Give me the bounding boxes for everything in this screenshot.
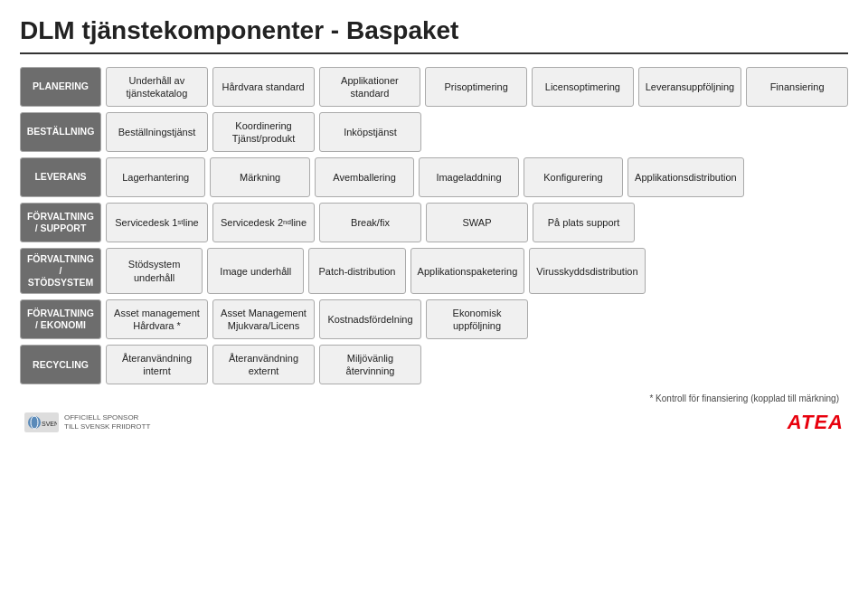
- grid-cell: Återanvändning externt: [212, 345, 315, 384]
- row-label: PLANERING: [20, 67, 101, 107]
- grid-cell: [533, 299, 635, 339]
- grid-cell: Kostnadsfördelning: [319, 299, 421, 339]
- grid-cell: [639, 299, 741, 339]
- grid-cell: Beställningstjänst: [106, 112, 208, 152]
- grid-cell: Asset Management Mjukvara/Licens: [212, 299, 315, 339]
- grid-cell: [749, 157, 848, 197]
- grid-cell: Lagerhantering: [106, 157, 205, 197]
- grid-cell: [751, 248, 848, 294]
- grid-cell: Avemballering: [315, 157, 414, 197]
- sponsor-block: SVENSK OFFICIELL SPONSOR TILL SVENSK FRI…: [24, 412, 150, 432]
- row-label: FÖRVALTNING / SUPPORT: [20, 203, 101, 242]
- grid-cell: Märkning: [210, 157, 309, 197]
- grid-row: PLANERINGUnderhåll av tjänstekatalogHård…: [20, 67, 848, 107]
- grid-cell: Finansiering: [746, 67, 848, 107]
- row-label: FÖRVALTNING / EKONOMI: [20, 299, 101, 339]
- grid-cell: Ekonomisk uppföljning: [426, 299, 528, 339]
- row-label: LEVERANS: [20, 157, 101, 197]
- grid-cell: Koordinering Tjänst/produkt: [212, 112, 315, 152]
- grid-cell: Licensoptimering: [532, 67, 634, 107]
- row-label: BESTÄLLNING: [20, 112, 101, 152]
- grid-row: FÖRVALTNING / STÖDSYSTEMStödsystem under…: [20, 248, 848, 294]
- grid-cell: Applikationsdistribution: [627, 157, 744, 197]
- grid-cell: Imageladdning: [419, 157, 518, 197]
- grid-cell: Konfigurering: [524, 157, 623, 197]
- grid-cell: SWAP: [426, 203, 528, 242]
- grid-cell: Virusskyddsdistribution: [529, 248, 645, 294]
- grid-row: FÖRVALTNING / EKONOMIAsset management Hå…: [20, 299, 848, 339]
- svg-text:SVENSK: SVENSK: [42, 421, 57, 427]
- grid-cell: [533, 345, 635, 384]
- footer-logos: SVENSK OFFICIELL SPONSOR TILL SVENSK FRI…: [20, 411, 848, 434]
- grid-cell: Applikationspaketering: [410, 248, 525, 294]
- grid-cell: Stödsystem underhåll: [106, 248, 203, 294]
- grid-cell: [639, 203, 741, 242]
- sponsor-logo: SVENSK: [24, 412, 59, 432]
- grid-cell: Break/fix: [319, 203, 421, 242]
- page-title: DLM tjänstekomponenter - Baspaket: [20, 16, 848, 54]
- grid-cell: Leveransuppföljning: [638, 67, 741, 107]
- grid-cell: [426, 345, 528, 384]
- grid-cell: Applikationer standard: [319, 67, 421, 107]
- grid-cell: Asset management Hårdvara *: [106, 299, 208, 339]
- grid-cell: Underhåll av tjänstekatalog: [106, 67, 208, 107]
- footer-note: * Kontroll för finansiering (kopplad til…: [20, 393, 848, 403]
- grid-cell: [746, 112, 848, 152]
- main-grid: PLANERINGUnderhåll av tjänstekatalogHård…: [20, 67, 848, 384]
- grid-cell: [639, 112, 741, 152]
- row-label: FÖRVALTNING / STÖDSYSTEM: [20, 248, 101, 294]
- grid-cell: Miljövänlig återvinning: [319, 345, 421, 384]
- grid-cell: [533, 112, 635, 152]
- grid-cell: Prisoptimering: [425, 67, 527, 107]
- grid-cell: Hårdvara standard: [212, 67, 315, 107]
- grid-cell: [650, 248, 747, 294]
- grid-cell: [746, 345, 848, 384]
- grid-row: RECYCLINGÅteranvändning interntÅteranvän…: [20, 345, 848, 384]
- grid-row: FÖRVALTNING / SUPPORTServicedesk 1st lin…: [20, 203, 848, 242]
- grid-cell: Image underhåll: [207, 248, 304, 294]
- grid-cell: Servicedesk 2nd line: [212, 203, 315, 242]
- grid-cell: Servicedesk 1st line: [106, 203, 208, 242]
- grid-cell: [639, 345, 741, 384]
- grid-cell: Återanvändning internt: [106, 345, 208, 384]
- atea-logo: ATEA: [788, 411, 844, 434]
- row-label: RECYCLING: [20, 345, 101, 384]
- sponsor-text: OFFICIELL SPONSOR TILL SVENSK FRIIDROTT: [64, 413, 150, 432]
- svg-point-0: [28, 416, 41, 429]
- grid-cell: På plats support: [533, 203, 635, 242]
- page: DLM tjänstekomponenter - Baspaket PLANER…: [0, 0, 868, 616]
- grid-row: BESTÄLLNINGBeställningstjänstKoordinerin…: [20, 112, 848, 152]
- grid-cell: [746, 299, 848, 339]
- grid-cell: [746, 203, 848, 242]
- grid-cell: Patch-distribution: [308, 248, 405, 294]
- grid-row: LEVERANSLagerhanteringMärkningAvemballer…: [20, 157, 848, 197]
- grid-cell: Inköpstjänst: [319, 112, 421, 152]
- grid-cell: [426, 112, 528, 152]
